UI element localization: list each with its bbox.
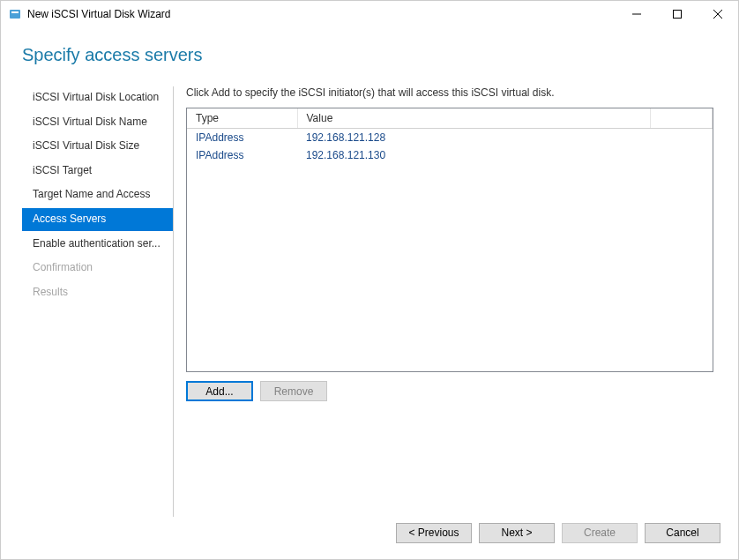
- nav-item-7: Confirmation: [22, 257, 173, 280]
- wizard-window: New iSCSI Virtual Disk Wizard Specify ac…: [0, 0, 739, 560]
- instruction-text: Click Add to specify the iSCSI initiator…: [186, 86, 713, 99]
- content-area: Specify access servers iSCSI Virtual Dis…: [1, 27, 738, 517]
- nav-item-6[interactable]: Enable authentication ser...: [22, 233, 173, 256]
- col-header-type[interactable]: Type: [187, 108, 297, 129]
- cell-type: IPAddress: [187, 129, 297, 147]
- svg-rect-1: [11, 11, 19, 13]
- main-area: iSCSI Virtual Disk LocationiSCSI Virtual…: [22, 86, 717, 517]
- nav-item-1[interactable]: iSCSI Virtual Disk Name: [22, 111, 173, 134]
- cell-value: 192.168.121.128: [297, 129, 651, 147]
- initiators-table-container: Type Value IPAddress192.168.121.128IPAdd…: [186, 108, 713, 372]
- table-actions: Add... Remove: [186, 381, 713, 401]
- create-button: Create: [562, 523, 638, 543]
- nav-item-3[interactable]: iSCSI Target: [22, 160, 173, 183]
- nav-item-4[interactable]: Target Name and Access: [22, 183, 173, 206]
- close-button[interactable]: [698, 1, 738, 27]
- nav-item-5[interactable]: Access Servers: [22, 208, 173, 231]
- svg-rect-0: [10, 10, 20, 19]
- nav-item-2[interactable]: iSCSI Virtual Disk Size: [22, 135, 173, 158]
- col-header-spacer: [651, 108, 713, 129]
- window-title: New iSCSI Virtual Disk Wizard: [27, 8, 616, 20]
- remove-button: Remove: [260, 381, 327, 401]
- cancel-button[interactable]: Cancel: [645, 523, 720, 543]
- col-header-value[interactable]: Value: [297, 108, 651, 129]
- wizard-nav: iSCSI Virtual Disk LocationiSCSI Virtual…: [22, 86, 174, 517]
- titlebar: New iSCSI Virtual Disk Wizard: [1, 1, 738, 27]
- right-pane: Click Add to specify the iSCSI initiator…: [186, 86, 717, 517]
- window-controls: [616, 1, 738, 27]
- table-row[interactable]: IPAddress192.168.121.130: [187, 146, 713, 164]
- maximize-button[interactable]: [657, 1, 698, 27]
- initiators-table[interactable]: Type Value IPAddress192.168.121.128IPAdd…: [187, 108, 713, 164]
- wizard-footer: < Previous Next > Create Cancel: [1, 517, 738, 559]
- nav-item-0[interactable]: iSCSI Virtual Disk Location: [22, 86, 173, 109]
- table-row[interactable]: IPAddress192.168.121.128: [187, 129, 713, 147]
- cell-value: 192.168.121.130: [297, 146, 651, 164]
- previous-button[interactable]: < Previous: [396, 523, 472, 543]
- add-button[interactable]: Add...: [186, 381, 253, 401]
- next-button[interactable]: Next >: [479, 523, 555, 543]
- page-heading: Specify access servers: [22, 45, 717, 65]
- svg-rect-3: [674, 11, 682, 19]
- nav-item-8: Results: [22, 281, 173, 304]
- minimize-button[interactable]: [616, 1, 657, 27]
- cell-type: IPAddress: [187, 146, 297, 164]
- app-icon: [8, 7, 22, 21]
